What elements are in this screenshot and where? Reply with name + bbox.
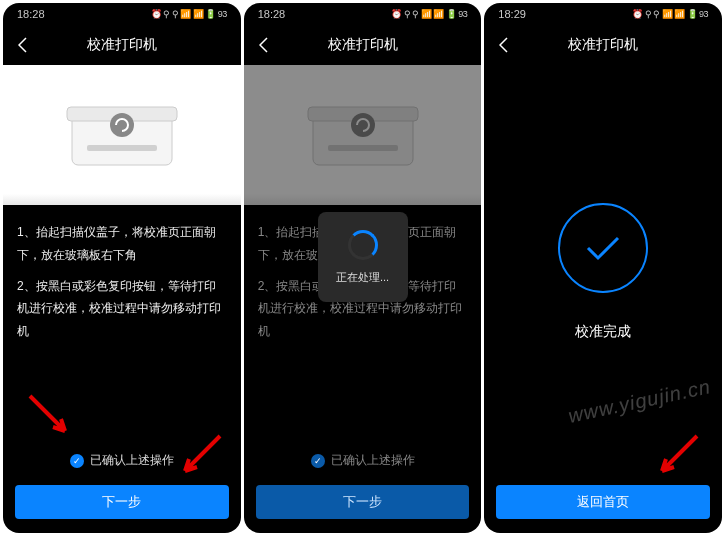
status-bar: 18:28 ⏰ ⚲ ⚲ 📶 📶 🔋 93 xyxy=(3,3,241,25)
confirm-checkbox-row: ✓ 已确认上述操作 xyxy=(244,442,482,479)
page-title: 校准打印机 xyxy=(87,36,157,54)
page-title: 校准打印机 xyxy=(568,36,638,54)
next-button[interactable]: 下一步 xyxy=(15,485,229,519)
spinner-icon xyxy=(348,230,378,260)
confirm-checkbox-row[interactable]: ✓ 已确认上述操作 xyxy=(3,442,241,479)
svg-rect-6 xyxy=(328,145,398,151)
status-icons: ⏰ ⚲ ⚲ 📶 📶 🔋 93 xyxy=(391,9,467,19)
check-icon: ✓ xyxy=(311,454,325,468)
svg-rect-2 xyxy=(87,145,157,151)
instruction-2: 2、按黑白或彩色复印按钮，等待打印机进行校准，校准过程中请勿移动打印机 xyxy=(17,275,227,343)
modal-text: 正在处理... xyxy=(336,270,389,285)
return-home-button[interactable]: 返回首页 xyxy=(496,485,710,519)
status-bar: 18:29 ⏰ ⚲ ⚲ 📶 📶 🔋 93 xyxy=(484,3,722,25)
screen-success: 18:29 ⏰ ⚲ ⚲ 📶 📶 🔋 93 校准打印机 校准完成 www.yigu… xyxy=(484,3,722,533)
status-bar: 18:28 ⏰ ⚲ ⚲ 📶 📶 🔋 93 xyxy=(244,3,482,25)
nav-bar: 校准打印机 xyxy=(484,25,722,65)
screen-step1: 18:28 ⏰ ⚲ ⚲ 📶 📶 🔋 93 校准打印机 1、抬起扫描仪盖子，将校准… xyxy=(3,3,241,533)
processing-modal: 正在处理... xyxy=(318,212,408,302)
instructions: 1、抬起扫描仪盖子，将校准页正面朝下，放在玻璃板右下角 2、按黑白或彩色复印按钮… xyxy=(3,205,241,367)
printer-image xyxy=(3,65,241,205)
page-title: 校准打印机 xyxy=(328,36,398,54)
back-icon[interactable] xyxy=(13,35,33,55)
svg-rect-5 xyxy=(308,107,418,121)
success-text: 校准完成 xyxy=(575,323,631,341)
confirm-label: 已确认上述操作 xyxy=(90,452,174,469)
printer-image xyxy=(244,65,482,205)
back-icon[interactable] xyxy=(494,35,514,55)
status-time: 18:28 xyxy=(258,8,286,20)
success-area: 校准完成 xyxy=(484,65,722,479)
instruction-1: 1、抬起扫描仪盖子，将校准页正面朝下，放在玻璃板右下角 xyxy=(17,221,227,267)
check-icon: ✓ xyxy=(70,454,84,468)
status-time: 18:29 xyxy=(498,8,526,20)
svg-point-7 xyxy=(351,113,375,137)
screen-processing: 18:28 ⏰ ⚲ ⚲ 📶 📶 🔋 93 校准打印机 1、抬起扫描仪盖子，将校准… xyxy=(244,3,482,533)
confirm-label: 已确认上述操作 xyxy=(331,452,415,469)
nav-bar: 校准打印机 xyxy=(3,25,241,65)
back-icon[interactable] xyxy=(254,35,274,55)
success-circle-icon xyxy=(558,203,648,293)
svg-point-3 xyxy=(110,113,134,137)
svg-rect-4 xyxy=(313,115,413,165)
status-time: 18:28 xyxy=(17,8,45,20)
nav-bar: 校准打印机 xyxy=(244,25,482,65)
status-icons: ⏰ ⚲ ⚲ 📶 📶 🔋 93 xyxy=(632,9,708,19)
status-icons: ⏰ ⚲ ⚲ 📶 📶 🔋 93 xyxy=(151,9,227,19)
next-button: 下一步 xyxy=(256,485,470,519)
